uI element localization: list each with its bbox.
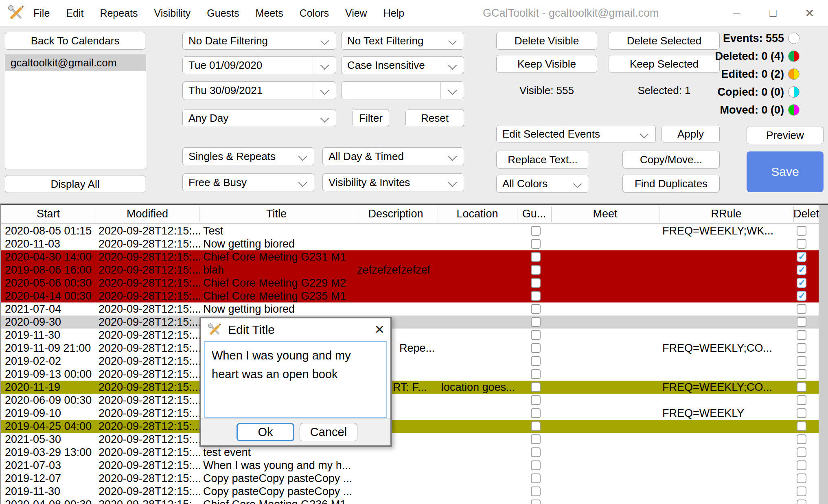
table-row[interactable]: 2020-06-09 00:302020-09-28T12:15:... [1, 394, 819, 407]
table-row[interactable]: 2020-04-14 00:302020-09-28T12:15:...Chie… [1, 289, 819, 302]
col-header-modified[interactable]: Modified [96, 205, 199, 224]
col-header-start[interactable]: Start [1, 205, 96, 224]
delete-checkbox[interactable] [797, 252, 806, 262]
table-row[interactable]: 2019-12-072020-09-28T12:15:...Copy paste… [1, 472, 819, 485]
delete-visible-button[interactable]: Delete Visible [496, 32, 597, 50]
singles-repeats-dropdown[interactable]: Singles & Repeats [182, 147, 314, 165]
col-header-description[interactable]: Description [354, 205, 438, 224]
delete-checkbox[interactable] [797, 434, 806, 444]
table-row[interactable]: 2021-07-032020-09-28T12:15:...When I was… [1, 459, 819, 472]
day-filter-dropdown[interactable]: Any Day [182, 109, 336, 127]
table-row[interactable]: 2020-08-05 01:152020-09-28T12:15:...Test… [1, 224, 819, 237]
menu-item-colors[interactable]: Colors [300, 7, 329, 19]
start-date-combobox[interactable]: Tue 01/09/2020 [182, 56, 336, 74]
guests-checkbox[interactable] [531, 382, 541, 392]
delete-checkbox[interactable] [797, 473, 806, 483]
table-row[interactable]: 2020-11-032020-09-28T12:15:...Now gettin… [1, 237, 819, 250]
text-filter-dropdown[interactable]: No Text Filtering [341, 32, 464, 50]
table-row[interactable]: 2019-09-13 00:002020-09-28T12:15:... [1, 368, 819, 381]
visibility-invites-dropdown[interactable]: Visibility & Invites [322, 173, 464, 191]
delete-checkbox[interactable] [797, 226, 806, 236]
vertical-scrollbar[interactable] [819, 205, 828, 504]
guests-checkbox[interactable] [531, 356, 541, 366]
guests-checkbox[interactable] [531, 500, 541, 504]
table-row[interactable]: 2019-02-022020-09-28T12:15:... [1, 355, 819, 368]
guests-checkbox[interactable] [531, 460, 541, 470]
table-row[interactable]: 2020-11-192020-09-28T12:15:...RT: F...lo… [1, 381, 819, 394]
calendar-list-item[interactable]: gcaltoolkit@gmail.com [5, 54, 146, 71]
case-mode-dropdown[interactable]: Case Insensitive [341, 56, 464, 74]
guests-checkbox[interactable] [531, 226, 541, 236]
edit-selected-dropdown[interactable]: Edit Selected Events [496, 125, 656, 143]
table-row[interactable]: 2019-08-06 16:002020-09-28T12:15:...blah… [1, 263, 819, 276]
delete-checkbox[interactable] [797, 291, 806, 301]
delete-checkbox[interactable] [797, 369, 806, 379]
menu-item-visibility[interactable]: Visibility [154, 7, 191, 19]
guests-checkbox[interactable] [531, 395, 541, 405]
reset-button[interactable]: Reset [405, 109, 464, 127]
table-row[interactable]: 2019-11-09 21:002020-09-28T12:15:...Repe… [1, 342, 819, 355]
preview-button[interactable]: Preview [747, 127, 824, 144]
delete-checkbox[interactable] [797, 304, 806, 314]
date-filter-dropdown[interactable]: No Date Filtering [182, 32, 336, 50]
guests-checkbox[interactable] [531, 434, 541, 444]
col-header-gu[interactable]: Gu... [517, 205, 551, 224]
search-text-combobox[interactable] [341, 81, 464, 99]
guests-checkbox[interactable] [531, 447, 541, 457]
table-row[interactable]: 2020-04-08 00:302020-09-28T12:15:...Chie… [1, 498, 819, 504]
delete-checkbox[interactable] [797, 500, 806, 504]
filter-button[interactable]: Filter [353, 109, 389, 127]
delete-checkbox[interactable] [797, 447, 806, 457]
delete-checkbox[interactable] [797, 278, 806, 288]
col-header-meet[interactable]: Meet [551, 205, 659, 224]
delete-checkbox[interactable] [797, 486, 806, 496]
guests-checkbox[interactable] [531, 408, 541, 418]
menu-item-view[interactable]: View [345, 7, 367, 19]
delete-checkbox[interactable] [797, 343, 806, 353]
table-row[interactable]: 2019-11-302020-09-28T12:15:...Copy paste… [1, 485, 819, 498]
replace-text-button[interactable]: Replace Text... [496, 151, 589, 169]
guests-checkbox[interactable] [531, 239, 541, 249]
guests-checkbox[interactable] [531, 369, 541, 379]
save-button[interactable]: Save [747, 151, 824, 192]
col-header-location[interactable]: Location [438, 205, 517, 224]
menu-item-file[interactable]: File [33, 7, 50, 19]
delete-checkbox[interactable] [797, 356, 806, 366]
menu-item-meets[interactable]: Meets [256, 7, 283, 19]
cancel-button[interactable]: Cancel [300, 423, 357, 441]
col-header-delete[interactable]: Delete [793, 205, 819, 224]
table-row[interactable]: 2020-09-302020-09-28T12:15:... [1, 316, 819, 329]
guests-checkbox[interactable] [531, 252, 541, 262]
table-row[interactable]: 2020-05-06 00:302020-09-28T12:15:...Chie… [1, 276, 819, 289]
menu-item-repeats[interactable]: Repeats [100, 7, 138, 19]
table-row[interactable]: 2019-04-25 04:002020-09-28T12:15:... [1, 420, 819, 433]
find-duplicates-button[interactable]: Find Duplicates [622, 175, 720, 193]
guests-checkbox[interactable] [531, 343, 541, 353]
col-header-rrule[interactable]: RRule [659, 205, 793, 224]
delete-checkbox[interactable] [797, 265, 806, 275]
allday-timed-dropdown[interactable]: All Day & Timed [322, 147, 464, 165]
delete-checkbox[interactable] [797, 330, 806, 340]
guests-checkbox[interactable] [531, 330, 541, 340]
delete-checkbox[interactable] [797, 317, 806, 327]
delete-checkbox[interactable] [797, 382, 806, 392]
minimize-icon[interactable]: – [727, 7, 746, 20]
menu-item-edit[interactable]: Edit [66, 7, 83, 19]
guests-checkbox[interactable] [531, 317, 541, 327]
menu-item-help[interactable]: Help [383, 7, 404, 19]
guests-checkbox[interactable] [531, 265, 541, 275]
delete-checkbox[interactable] [797, 239, 806, 249]
free-busy-dropdown[interactable]: Free & Busy [182, 173, 314, 191]
delete-checkbox[interactable] [797, 421, 806, 431]
table-row[interactable]: 2020-04-30 14:002020-09-28T12:15:...Chie… [1, 250, 819, 263]
delete-checkbox[interactable] [797, 395, 806, 405]
guests-checkbox[interactable] [531, 421, 541, 431]
back-to-calendars-button[interactable]: Back To Calendars [5, 32, 145, 50]
close-icon[interactable]: ✕ [800, 7, 819, 20]
apply-button[interactable]: Apply [662, 125, 720, 143]
delete-checkbox[interactable] [797, 408, 806, 418]
delete-checkbox[interactable] [797, 460, 806, 470]
guests-checkbox[interactable] [531, 473, 541, 483]
table-row[interactable]: 2019-11-302020-09-28T12:15:... [1, 329, 819, 342]
copy-move-button[interactable]: Copy/Move... [622, 151, 720, 169]
